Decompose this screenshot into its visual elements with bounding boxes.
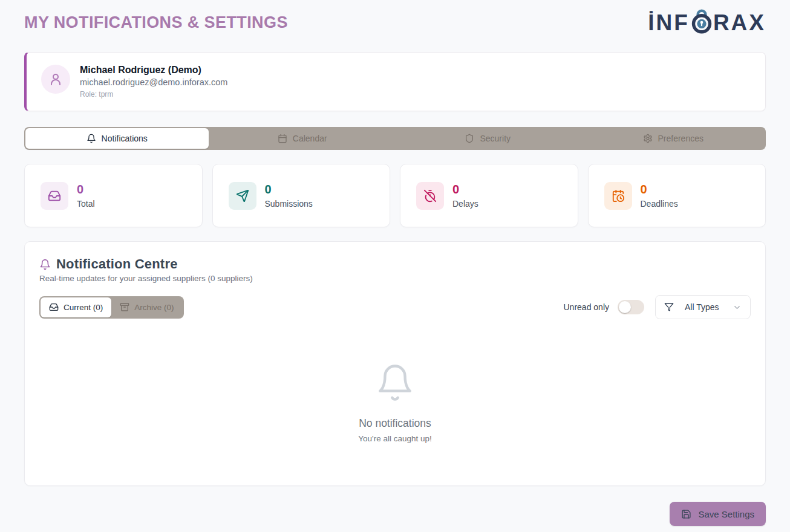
page-title: MY NOTIFICATIONS & SETTINGS — [24, 10, 288, 32]
archive-icon — [120, 302, 129, 312]
chevron-down-icon — [733, 303, 742, 312]
logo-text-left: İNF — [648, 11, 690, 34]
tab-preferences[interactable]: Preferences — [582, 128, 765, 149]
stat-label: Total — [77, 199, 95, 209]
unread-only-label: Unread only — [564, 302, 610, 312]
empty-state-subtitle: You're all caught up! — [358, 434, 431, 443]
tab-label: Calendar — [293, 134, 327, 143]
stat-value: 0 — [77, 183, 95, 196]
save-label: Save Settings — [698, 509, 754, 519]
logo-padlock-icon — [691, 5, 713, 35]
save-icon — [681, 509, 691, 519]
stat-card-total: 0 Total — [24, 164, 203, 227]
main-tab-bar: Notifications Calendar Security Preferen… — [24, 127, 766, 150]
send-icon — [229, 182, 256, 210]
bell-icon — [39, 259, 51, 270]
stat-card-delays: 0 Delays — [400, 164, 578, 227]
list-tab-group: Current (0) Archive (0) — [39, 296, 184, 319]
person-icon — [48, 72, 63, 86]
tab-archive[interactable]: Archive (0) — [111, 297, 182, 317]
type-filter-value: All Types — [681, 302, 725, 312]
user-info: Michael Rodriguez (Demo) michael.rodrigu… — [80, 65, 227, 99]
shield-icon — [465, 134, 474, 143]
notification-controls: Current (0) Archive (0) Unread only All … — [39, 295, 751, 319]
user-role: Role: tprm — [80, 90, 227, 99]
user-card: Michael Rodriguez (Demo) michael.rodrigu… — [24, 52, 766, 111]
save-settings-button[interactable]: Save Settings — [670, 502, 766, 526]
avatar — [41, 65, 70, 94]
stat-label: Submissions — [265, 199, 313, 209]
logo-text-right: RAX — [713, 11, 766, 34]
tab-label: Security — [480, 134, 511, 143]
timer-off-icon — [416, 182, 444, 210]
footer-actions: Save Settings — [24, 502, 766, 526]
unread-only-toggle[interactable] — [618, 300, 644, 314]
user-email: michael.rodriguez@demo.inforax.com — [80, 77, 227, 87]
tab-current[interactable]: Current (0) — [41, 297, 111, 317]
toggle-knob — [619, 301, 631, 313]
notification-centre-panel: Notification Centre Real-time updates fo… — [24, 241, 766, 486]
calendar-icon — [278, 134, 287, 143]
inbox-icon — [41, 182, 68, 210]
panel-subtitle: Real-time updates for your assigned supp… — [39, 274, 751, 283]
type-filter-dropdown[interactable]: All Types — [655, 295, 751, 319]
panel-header: Notification Centre — [39, 256, 751, 272]
stat-label: Deadlines — [641, 199, 678, 209]
tab-security[interactable]: Security — [396, 128, 579, 149]
inbox-icon — [49, 302, 59, 312]
tab-label: Preferences — [658, 134, 703, 143]
bell-icon — [375, 363, 415, 403]
tab-notifications[interactable]: Notifications — [25, 128, 209, 149]
user-name: Michael Rodriguez (Demo) — [80, 65, 227, 76]
stat-card-deadlines: 0 Deadlines — [588, 164, 766, 227]
notifications-settings-page: MY NOTIFICATIONS & SETTINGS İNF RAX Mich… — [0, 0, 790, 532]
tab-calendar[interactable]: Calendar — [211, 128, 394, 149]
stat-value: 0 — [452, 183, 478, 196]
stat-value: 0 — [265, 183, 313, 196]
panel-title: Notification Centre — [56, 256, 178, 272]
empty-state: No notifications You're all caught up! — [39, 363, 751, 443]
filter-controls: Unread only All Types — [564, 295, 751, 319]
top-bar: MY NOTIFICATIONS & SETTINGS İNF RAX — [24, 10, 766, 35]
tab-label: Current (0) — [64, 303, 103, 312]
tab-label: Archive (0) — [134, 303, 174, 312]
stat-card-submissions: 0 Submissions — [212, 164, 391, 227]
stats-row: 0 Total 0 Submissions 0 De — [24, 164, 766, 227]
empty-state-title: No notifications — [359, 417, 431, 430]
gear-icon — [643, 134, 653, 143]
stat-label: Delays — [452, 199, 478, 209]
calendar-clock-icon — [604, 182, 632, 210]
filter-icon — [664, 302, 674, 312]
tab-label: Notifications — [102, 134, 148, 143]
inforax-logo: İNF RAX — [648, 10, 766, 35]
stat-value: 0 — [641, 183, 678, 196]
bell-icon — [87, 134, 96, 143]
